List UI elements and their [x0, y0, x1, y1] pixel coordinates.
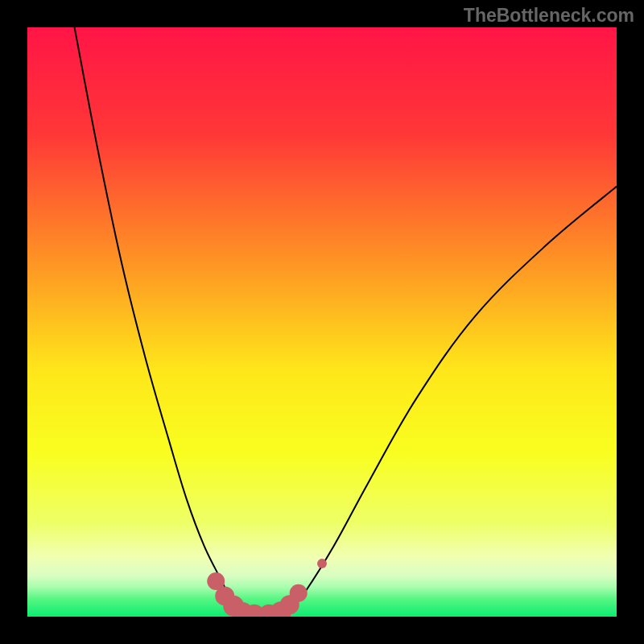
- right-curve: [287, 187, 617, 616]
- chart-frame: [27, 27, 617, 617]
- watermark-text: TheBottleneck.com: [464, 5, 634, 27]
- chart-curves: [27, 27, 617, 617]
- highlight-marker: [317, 559, 327, 568]
- highlight-marker: [290, 584, 308, 602]
- left-curve: [75, 27, 243, 616]
